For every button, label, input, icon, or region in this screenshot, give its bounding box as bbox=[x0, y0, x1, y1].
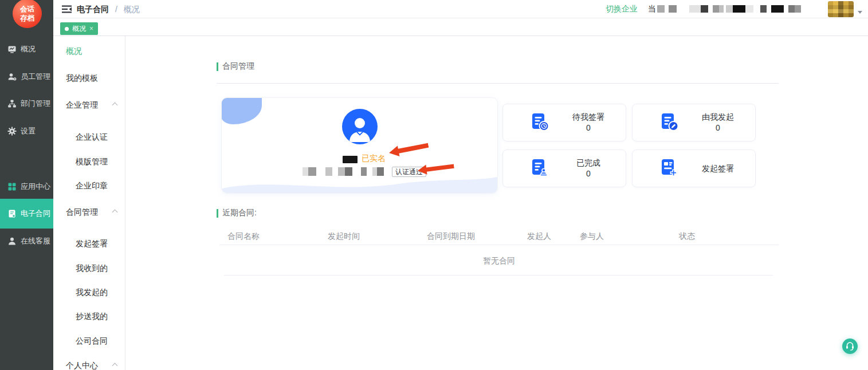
stat-text: 由我发起 0 bbox=[681, 112, 755, 133]
doc-edit-icon bbox=[658, 111, 681, 134]
support-person-icon bbox=[7, 237, 17, 246]
headset-icon bbox=[842, 338, 858, 354]
app-grid-icon bbox=[7, 182, 17, 191]
submenu-item-enterprise-auth[interactable]: 企业认证 bbox=[76, 131, 108, 143]
sidebar-item-label: 概况 bbox=[21, 44, 36, 54]
submenu-item-overview[interactable]: 概况 bbox=[66, 45, 82, 57]
doc-clock-icon bbox=[528, 111, 551, 134]
submenu-item-template-management[interactable]: 模版管理 bbox=[76, 156, 108, 167]
app-logo: 会话 存档 bbox=[13, 0, 42, 28]
tab-overview[interactable]: 概况 × bbox=[60, 22, 98, 35]
profile-card: 已实名 认证通过 bbox=[221, 97, 498, 194]
tab-close-icon[interactable]: × bbox=[89, 25, 93, 33]
column-expiry-date: 合同到期日期 bbox=[427, 231, 475, 242]
user-menu-caret-icon[interactable] bbox=[858, 11, 862, 14]
sidebar-item-support[interactable]: 在线客服 bbox=[0, 234, 53, 249]
contract-icon bbox=[7, 209, 17, 218]
annotation-arrow-icon bbox=[388, 139, 430, 159]
stat-label: 由我发起 bbox=[681, 112, 755, 123]
column-participants: 参与人 bbox=[580, 231, 604, 242]
empty-state-text: 暂无合同 bbox=[219, 256, 779, 266]
breadcrumb: 电子合同 / 概况 bbox=[77, 5, 140, 15]
sidebar-item-label: 电子合同 bbox=[21, 208, 50, 219]
gear-icon bbox=[7, 127, 17, 136]
sidebar-item-label: 设置 bbox=[21, 126, 36, 136]
sidebar-item-label: 在线客服 bbox=[21, 236, 50, 246]
chevron-up-icon[interactable] bbox=[112, 363, 118, 369]
sidebar-item-employees[interactable]: 员工管理 bbox=[0, 69, 53, 84]
stat-value: 0 bbox=[551, 123, 626, 133]
sidebar-item-app-center[interactable]: 应用中心 bbox=[0, 179, 53, 194]
stat-label: 发起签署 bbox=[681, 163, 755, 174]
chevron-up-icon[interactable] bbox=[112, 210, 118, 215]
submenu-group-personal-center[interactable]: 个人中心 bbox=[66, 360, 98, 370]
app-window: 会话 存档 概况 员工管理 部门管理 设置 应用中心 电子合同 bbox=[0, 0, 868, 370]
realname-badge: 已实名 bbox=[362, 153, 386, 164]
section-title: 合同管理 bbox=[222, 61, 254, 72]
redacted-company-name bbox=[657, 5, 824, 13]
doc-add-icon bbox=[658, 157, 681, 180]
user-avatar[interactable] bbox=[828, 1, 854, 17]
sidebar-item-label: 部门管理 bbox=[21, 99, 50, 109]
stat-card-initiated-by-me[interactable]: 由我发起 0 bbox=[632, 104, 756, 141]
section-title: 近期合同: bbox=[222, 208, 257, 218]
section-accent-bar bbox=[217, 62, 218, 71]
sidebar-item-econtract[interactable]: 电子合同 bbox=[0, 199, 53, 229]
profile-avatar-icon[interactable] bbox=[342, 109, 378, 144]
column-contract-name: 合同名称 bbox=[227, 231, 260, 242]
logo-line1: 会话 bbox=[13, 5, 42, 14]
departments-icon bbox=[7, 99, 17, 108]
redacted-company-line bbox=[303, 167, 390, 176]
column-status: 状态 bbox=[679, 231, 695, 242]
sidebar-item-departments[interactable]: 部门管理 bbox=[0, 96, 53, 111]
submenu-group-contract[interactable]: 合同管理 bbox=[66, 206, 98, 218]
recent-contracts-table: 合同名称 发起时间 合同到期日期 发起人 参与人 状态 暂无合同 bbox=[219, 228, 779, 280]
table-header-border bbox=[219, 245, 779, 245]
section-divider bbox=[217, 83, 779, 84]
breadcrumb-current: 概况 bbox=[124, 5, 140, 14]
tab-active-dot bbox=[65, 27, 69, 31]
section-recent-contracts: 近期合同: bbox=[217, 208, 257, 218]
submenu-group-enterprise[interactable]: 企业管理 bbox=[66, 99, 98, 111]
section-accent-bar bbox=[217, 209, 218, 218]
breadcrumb-separator: / bbox=[115, 5, 117, 14]
employees-icon bbox=[7, 72, 17, 81]
redacted-user-name bbox=[343, 156, 358, 163]
stat-text: 发起签署 bbox=[681, 163, 755, 174]
decorative-wave bbox=[222, 176, 497, 193]
customer-service-button[interactable] bbox=[842, 338, 858, 354]
sidebar-item-overview[interactable]: 概况 bbox=[0, 42, 53, 57]
collapse-menu-icon[interactable] bbox=[62, 5, 72, 13]
logo-line2: 存档 bbox=[13, 14, 42, 23]
stat-text: 已完成 0 bbox=[551, 158, 626, 179]
submenu-item-cc-me[interactable]: 抄送我的 bbox=[76, 310, 108, 322]
annotation-arrow-icon bbox=[417, 160, 455, 176]
submenu-item-initiated-by-me[interactable]: 我发起的 bbox=[76, 286, 108, 298]
column-initiator: 发起人 bbox=[527, 231, 551, 242]
submenu-item-received[interactable]: 我收到的 bbox=[76, 262, 108, 274]
stat-text: 待我签署 0 bbox=[551, 112, 626, 133]
stat-card-completed[interactable]: 已完成 0 bbox=[502, 149, 626, 187]
breadcrumb-section[interactable]: 电子合同 bbox=[77, 5, 109, 14]
stat-card-start-signing[interactable]: 发起签署 bbox=[632, 149, 756, 187]
chevron-up-icon[interactable] bbox=[112, 103, 118, 108]
primary-sidebar: 会话 存档 概况 员工管理 部门管理 设置 应用中心 电子合同 bbox=[0, 0, 53, 370]
submenu-item-company-contracts[interactable]: 公司合同 bbox=[76, 335, 108, 347]
top-bar: 电子合同 / 概况 切换企业 当 bbox=[53, 0, 868, 18]
tab-label: 概况 bbox=[72, 24, 86, 34]
top-bar-right: 切换企业 当 bbox=[606, 0, 862, 18]
sidebar-item-settings[interactable]: 设置 bbox=[0, 124, 53, 139]
secondary-sidebar: 概况 我的模板 企业管理 企业认证 模版管理 企业印章 合同管理 发起签署 我收… bbox=[53, 36, 125, 370]
sidebar-item-label: 应用中心 bbox=[21, 182, 50, 192]
stat-label: 待我签署 bbox=[551, 112, 626, 123]
stat-value: 0 bbox=[551, 168, 626, 179]
submenu-item-enterprise-seal[interactable]: 企业印章 bbox=[76, 180, 108, 191]
submenu-item-initiate-sign[interactable]: 发起签署 bbox=[76, 238, 108, 249]
stat-card-pending-sign[interactable]: 待我签署 0 bbox=[502, 104, 626, 141]
decorative-blob bbox=[221, 97, 262, 124]
overview-icon bbox=[7, 45, 17, 54]
column-start-time: 发起时间 bbox=[328, 231, 360, 242]
submenu-item-my-templates[interactable]: 我的模板 bbox=[66, 72, 98, 84]
switch-company-link[interactable]: 切换企业 bbox=[606, 4, 638, 14]
current-company-label: 当 bbox=[648, 4, 656, 14]
